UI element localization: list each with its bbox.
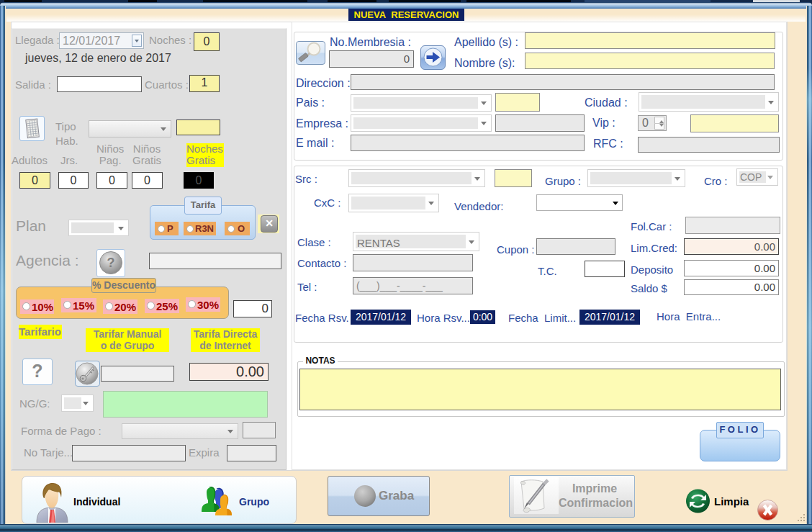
svg-text:?: ? (107, 256, 115, 270)
